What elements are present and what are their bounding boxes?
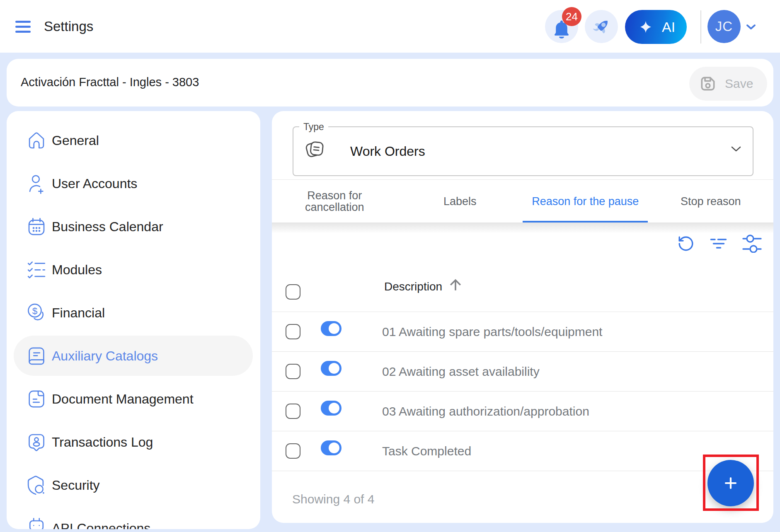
svg-text:$: $ (32, 306, 38, 316)
